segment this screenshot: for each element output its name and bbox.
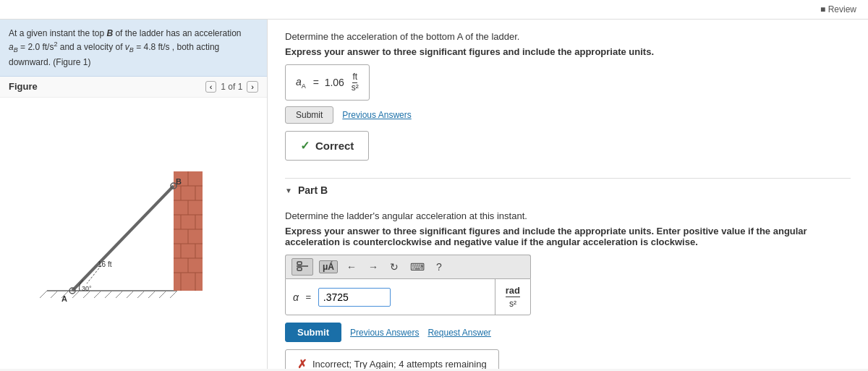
review-link[interactable]: ■ Review [820, 4, 856, 14]
part-a-prev-answers-link[interactable]: Previous Answers [342, 110, 411, 120]
part-b-equals-sign: = [303, 291, 314, 302]
svg-line-6 [94, 291, 101, 298]
part-b-incorrect-label: Incorrect; Try Again; 4 attempts remaini… [312, 359, 487, 369]
toolbar-arrow-right-button[interactable]: → [365, 260, 381, 274]
part-b-var: α [293, 291, 299, 303]
svg-line-2 [51, 291, 58, 298]
svg-line-11 [148, 291, 156, 298]
part-b-input[interactable] [318, 288, 391, 307]
part-a-submit-row: Submit Previous Answers [285, 106, 851, 124]
svg-text:16 ft: 16 ft [98, 260, 112, 268]
part-b-submit-row: Submit Previous Answers Request Answer [285, 323, 851, 342]
part-b-request-answer-link[interactable]: Request Answer [427, 328, 490, 338]
check-icon: ✓ [300, 139, 310, 153]
ladder-figure: 16 ft B A 30° [33, 157, 235, 309]
part-b-unit-den: s² [506, 297, 520, 309]
part-b-section: ▼ Part B Determine the ladder's angular … [285, 178, 851, 369]
part-b-bold-instruction: Express your answer to three significant… [285, 226, 851, 247]
part-b-incorrect-box: ✗ Incorrect; Try Again; 4 attempts remai… [285, 349, 499, 369]
toolbar-refresh-button[interactable]: ↻ [387, 260, 401, 274]
svg-text:30°: 30° [82, 285, 92, 292]
next-figure-button[interactable]: › [247, 81, 258, 93]
part-a-section: Determine the acceleration of the bottom… [285, 31, 851, 163]
part-a-correct-box: ✓ Correct [285, 131, 369, 161]
svg-line-10 [137, 291, 145, 298]
svg-line-1 [40, 291, 47, 298]
svg-line-8 [116, 291, 123, 298]
part-b-header: ▼ Part B [285, 178, 851, 202]
toolbar-keyboard-button[interactable]: ⌨ [407, 260, 427, 274]
toolbar-help-button[interactable]: ? [433, 260, 445, 274]
part-a-unit-num: ft [352, 72, 357, 83]
part-a-instruction: Determine the acceleration of the bottom… [285, 31, 851, 42]
var-b: B [106, 28, 113, 38]
triangle-icon: ▼ [285, 187, 292, 195]
part-a-answer-box: aA = 1.06 ft s² [285, 64, 370, 101]
figure-nav: ‹ 1 of 1 › [205, 81, 258, 93]
part-b-submit-button[interactable]: Submit [285, 323, 341, 342]
toolbar-mu-button[interactable]: μÁ [319, 260, 338, 273]
svg-line-7 [105, 291, 112, 298]
main-layout: At a given instant the top B of the ladd… [0, 20, 868, 369]
svg-rect-42 [297, 262, 302, 265]
figure-title: Figure [9, 81, 38, 92]
svg-line-12 [159, 291, 166, 298]
toolbar-arrow-left-button[interactable]: ← [344, 260, 359, 274]
svg-text:A: A [61, 294, 67, 303]
part-a-unit-den: s² [352, 83, 359, 93]
part-b-unit-box: rad s² [495, 279, 530, 315]
part-a-var: aA [296, 76, 306, 90]
top-bar: ■ Review [0, 0, 868, 20]
toolbar-fraction-button[interactable] [292, 258, 313, 276]
part-a-bold-instruction: Express your answer to three significant… [285, 46, 851, 57]
figure-header: Figure ‹ 1 of 1 › [0, 77, 267, 98]
svg-line-13 [170, 291, 177, 298]
x-icon: ✗ [297, 357, 307, 369]
part-b-instruction: Determine the ladder's angular accelerat… [285, 210, 851, 221]
svg-line-4 [72, 291, 80, 298]
part-a-correct-label: Correct [315, 140, 354, 152]
svg-rect-44 [297, 268, 302, 270]
figure-nav-text: 1 of 1 [221, 82, 242, 92]
math-input-area: α = rad s² [285, 278, 531, 315]
part-b-unit-num: rad [506, 285, 520, 297]
figure-image-area: 16 ft B A 30° [0, 98, 267, 369]
part-a-unit: ft s² [352, 72, 359, 93]
problem-text: At a given instant the top B of the ladd… [0, 20, 267, 77]
svg-line-9 [127, 291, 134, 298]
figure-area: Figure ‹ 1 of 1 › [0, 77, 267, 369]
part-a-equals: = 1.06 [310, 77, 347, 88]
part-a-submit-button[interactable]: Submit [285, 106, 333, 124]
prev-figure-button[interactable]: ‹ [205, 81, 217, 93]
math-toolbar: μÁ ← → ↻ ⌨ ? [285, 255, 531, 278]
right-panel: Determine the acceleration of the bottom… [268, 20, 868, 369]
left-panel: At a given instant the top B of the ladd… [0, 20, 268, 369]
part-b-prev-answers-link[interactable]: Previous Answers [350, 328, 419, 338]
svg-line-34 [72, 186, 174, 291]
math-input-left: α = [286, 279, 495, 315]
part-b-label: Part B [298, 184, 328, 196]
